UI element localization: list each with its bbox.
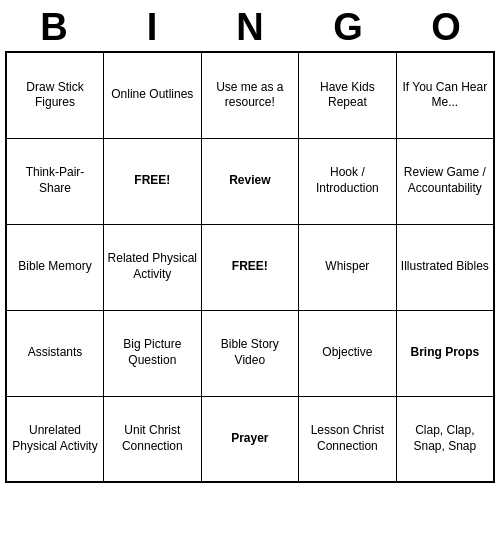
cell-r4-c4: Clap, Clap, Snap, Snap <box>396 396 494 482</box>
bingo-grid: Draw Stick FiguresOnline OutlinesUse me … <box>5 51 495 483</box>
bingo-letter-o: O <box>405 6 487 49</box>
cell-r2-c1: Related Physical Activity <box>104 224 202 310</box>
cell-r4-c2: Prayer <box>201 396 298 482</box>
cell-r2-c3: Whisper <box>299 224 397 310</box>
bingo-letter-b: B <box>13 6 95 49</box>
cell-r0-c1: Online Outlines <box>104 52 202 138</box>
cell-r1-c4: Review Game / Accountability <box>396 138 494 224</box>
cell-r3-c1: Big Picture Question <box>104 310 202 396</box>
cell-r4-c1: Unit Christ Connection <box>104 396 202 482</box>
cell-r0-c2: Use me as a resource! <box>201 52 298 138</box>
cell-r2-c2: FREE! <box>201 224 298 310</box>
bingo-letter-g: G <box>307 6 389 49</box>
cell-r0-c0: Draw Stick Figures <box>6 52 104 138</box>
cell-r0-c3: Have Kids Repeat <box>299 52 397 138</box>
cell-r0-c4: If You Can Hear Me... <box>396 52 494 138</box>
cell-r2-c4: Illustrated Bibles <box>396 224 494 310</box>
cell-r1-c2: Review <box>201 138 298 224</box>
cell-r2-c0: Bible Memory <box>6 224 104 310</box>
cell-r1-c0: Think-Pair-Share <box>6 138 104 224</box>
bingo-letter-i: I <box>111 6 193 49</box>
cell-r4-c3: Lesson Christ Connection <box>299 396 397 482</box>
cell-r3-c4: Bring Props <box>396 310 494 396</box>
bingo-header: BINGO <box>5 0 495 51</box>
cell-r1-c1: FREE! <box>104 138 202 224</box>
cell-r3-c2: Bible Story Video <box>201 310 298 396</box>
cell-r4-c0: Unrelated Physical Activity <box>6 396 104 482</box>
cell-r3-c0: Assistants <box>6 310 104 396</box>
cell-r1-c3: Hook / Introduction <box>299 138 397 224</box>
bingo-letter-n: N <box>209 6 291 49</box>
cell-r3-c3: Objective <box>299 310 397 396</box>
